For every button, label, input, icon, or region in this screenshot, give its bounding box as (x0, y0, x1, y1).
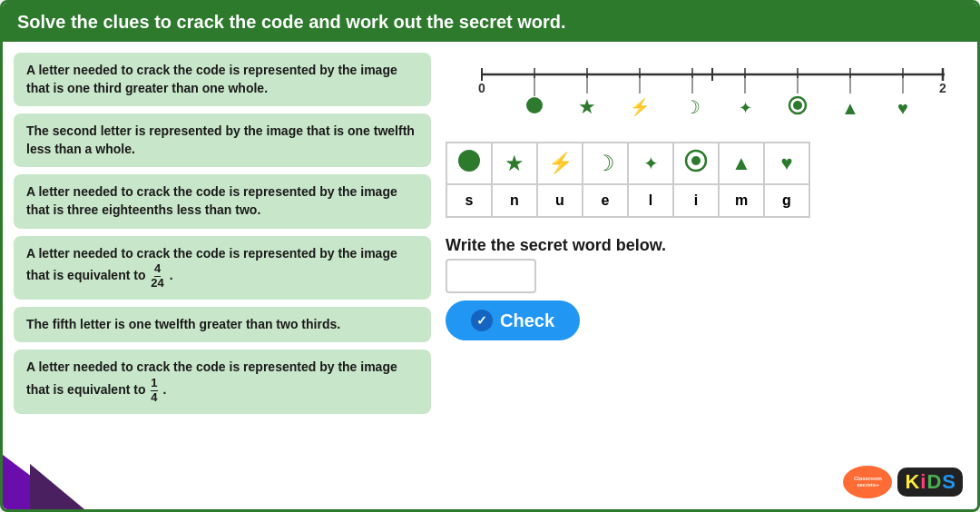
fraction-4-24: 4 24 (151, 262, 163, 290)
check-button-label: Check (500, 310, 554, 331)
cipher-letter-4: e (583, 184, 628, 217)
cipher-letter-8: g (764, 184, 809, 217)
cipher-symbol-1 (446, 143, 492, 184)
cipher-letter-7: m (719, 184, 764, 217)
cipher-letters-row: s n u e l i m g (446, 184, 809, 217)
number-line: 0 2 ★ ⚡ ☽ ✦ (446, 56, 972, 129)
number-line-svg: 0 2 ★ ⚡ ☽ ✦ (455, 64, 963, 118)
cipher-symbol-3: ⚡ (537, 143, 583, 184)
write-label: Write the secret word below. (446, 236, 972, 255)
cipher-letter-6: i (673, 184, 719, 217)
svg-point-31 (458, 150, 480, 172)
cipher-symbol-2: ★ (492, 143, 537, 184)
clue-6: A letter needed to crack the code is rep… (14, 350, 431, 413)
cipher-symbol-7: ▲ (719, 143, 764, 184)
svg-text:▲: ▲ (841, 98, 859, 118)
svg-text:✦: ✦ (739, 99, 752, 117)
cipher-symbol-8: ♥ (764, 143, 809, 184)
kids-logo: K i D S (897, 468, 963, 497)
clue-1: A letter needed to crack the code is rep… (14, 53, 431, 106)
fraction-1-4: 1 4 (151, 377, 157, 405)
secret-word-input[interactable] (446, 259, 536, 293)
cipher-table: ★ ⚡ ☽ ✦ ▲ ♥ s n u e (446, 142, 810, 218)
cipher-table-container: ★ ⚡ ☽ ✦ ▲ ♥ s n u e (446, 138, 972, 218)
cipher-letter-3: u (537, 184, 583, 217)
svg-point-14 (526, 97, 543, 113)
cipher-symbols-row: ★ ⚡ ☽ ✦ ▲ ♥ (446, 143, 809, 184)
cipher-symbol-5: ✦ (628, 143, 673, 184)
svg-point-20 (793, 101, 802, 110)
svg-text:⚡: ⚡ (630, 97, 651, 117)
cipher-symbol-4: ☽ (583, 143, 628, 184)
right-panel: 0 2 ★ ⚡ ☽ ✦ (446, 53, 972, 498)
clue-4: A letter needed to crack the code is rep… (14, 236, 431, 300)
check-button[interactable]: ✓ Check (446, 300, 580, 340)
check-icon: ✓ (471, 310, 493, 331)
svg-text:0: 0 (478, 81, 485, 95)
cipher-symbol-6 (673, 143, 719, 184)
footer-logos: Classroom secrets+ K i D S (843, 466, 963, 498)
page-title: Solve the clues to crack the code and wo… (17, 12, 566, 32)
svg-text:☽: ☽ (684, 97, 701, 117)
svg-point-33 (691, 156, 701, 165)
cipher-letter-2: n (492, 184, 537, 217)
classroom-secrets-logo: Classroom secrets+ (843, 466, 892, 498)
svg-text:★: ★ (578, 95, 596, 118)
cipher-letter-1: s (446, 184, 492, 217)
clue-3: A letter needed to crack the code is rep… (14, 174, 431, 228)
clues-panel: A letter needed to crack the code is rep… (14, 53, 431, 498)
clue-2: The second letter is represented by the … (14, 113, 431, 167)
write-section: Write the secret word below. ✓ Check (446, 231, 972, 340)
clue-5: The fifth letter is one twelfth greater … (14, 307, 431, 343)
svg-text:♥: ♥ (897, 98, 908, 118)
svg-text:2: 2 (939, 81, 946, 95)
cipher-letter-5: l (628, 184, 673, 217)
